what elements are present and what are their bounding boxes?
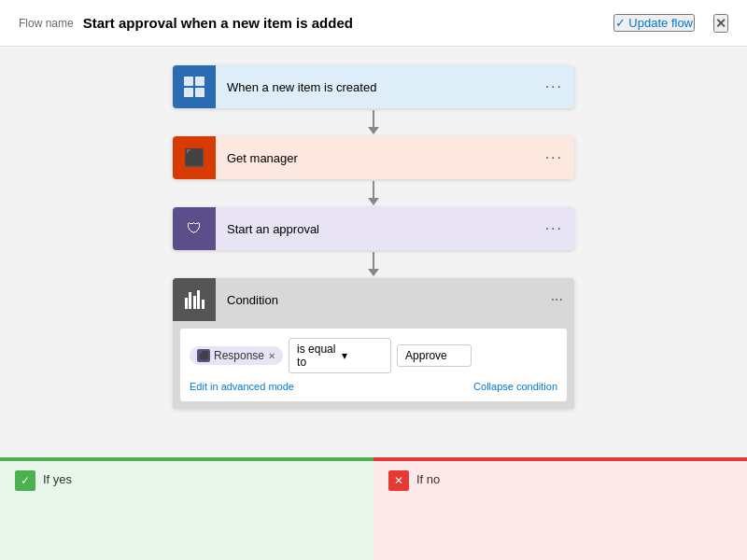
step-approval-label: Start an approval xyxy=(216,222,534,236)
step-trigger-menu[interactable]: ··· xyxy=(534,78,574,95)
response-chip-icon: ⬛ xyxy=(197,349,210,362)
arrow-head-2 xyxy=(368,198,379,205)
step-get-manager: ⬛ Get manager ··· xyxy=(173,136,574,179)
flow-canvas: When a new item is created ··· ⬛ Get man… xyxy=(0,47,747,560)
step-condition: Condition ··· ⬛ Response ✕ is equal to ▾… xyxy=(173,278,574,409)
close-button[interactable]: ✕ xyxy=(713,14,728,33)
condition-row: ⬛ Response ✕ is equal to ▾ Approve xyxy=(190,338,557,373)
flow-title: Start approval when a new item is added xyxy=(83,15,613,31)
arrow-2 xyxy=(368,181,379,205)
no-icon: ✕ xyxy=(388,470,409,491)
yes-icon: ✓ xyxy=(15,470,35,491)
operator-label: is equal to xyxy=(297,343,338,369)
condition-bars-icon xyxy=(185,290,204,309)
branches: ✓ If yes ✕ If no xyxy=(0,457,747,560)
step-get-manager-label: Get manager xyxy=(216,151,534,165)
arrow-1 xyxy=(368,110,379,134)
step-trigger-label: When a new item is created xyxy=(216,80,534,94)
update-flow-button[interactable]: ✓ Update flow xyxy=(613,14,695,32)
arrow-line-2 xyxy=(373,181,374,198)
condition-menu[interactable]: ··· xyxy=(540,291,574,308)
branch-no-label: If no xyxy=(416,472,440,486)
step-approval-menu[interactable]: ··· xyxy=(534,220,574,237)
step-approval: 🛡 Start an approval ··· xyxy=(173,207,574,250)
arrow-3 xyxy=(368,252,379,276)
sharepoint-icon xyxy=(173,65,216,108)
branch-yes-label: If yes xyxy=(43,472,72,486)
arrow-head xyxy=(368,127,379,134)
arrow-head-3 xyxy=(368,269,379,276)
header-actions: ✓ Update flow ✕ xyxy=(613,14,728,33)
condition-value-input[interactable]: Approve xyxy=(397,344,472,367)
condition-header: Condition ··· xyxy=(173,278,574,321)
arrow-line-3 xyxy=(373,252,374,269)
flow-steps: When a new item is created ··· ⬛ Get man… xyxy=(0,65,747,409)
response-chip-label: Response xyxy=(214,349,264,362)
branch-yes: ✓ If yes xyxy=(0,457,374,560)
step-get-manager-menu[interactable]: ··· xyxy=(534,149,574,166)
approval-icon: 🛡 xyxy=(173,207,216,250)
response-chip-close[interactable]: ✕ xyxy=(268,351,275,361)
operator-select[interactable]: is equal to ▾ xyxy=(289,338,391,373)
edit-advanced-link[interactable]: Edit in advanced mode xyxy=(190,381,294,392)
condition-icon xyxy=(173,278,216,321)
condition-title: Condition xyxy=(216,293,540,307)
response-chip[interactable]: ⬛ Response ✕ xyxy=(190,346,283,365)
header: Flow name Start approval when a new item… xyxy=(0,0,747,47)
flow-name-label: Flow name xyxy=(19,17,74,30)
condition-body: ⬛ Response ✕ is equal to ▾ Approve Edit … xyxy=(180,329,567,401)
collapse-condition-link[interactable]: Collapse condition xyxy=(473,381,557,392)
chevron-down-icon: ▾ xyxy=(342,349,383,362)
step-trigger: When a new item is created ··· xyxy=(173,65,574,108)
condition-links: Edit in advanced mode Collapse condition xyxy=(190,381,557,392)
office-icon: ⬛ xyxy=(173,136,216,179)
arrow-line xyxy=(373,110,374,127)
branch-no: ✕ If no xyxy=(374,457,747,560)
